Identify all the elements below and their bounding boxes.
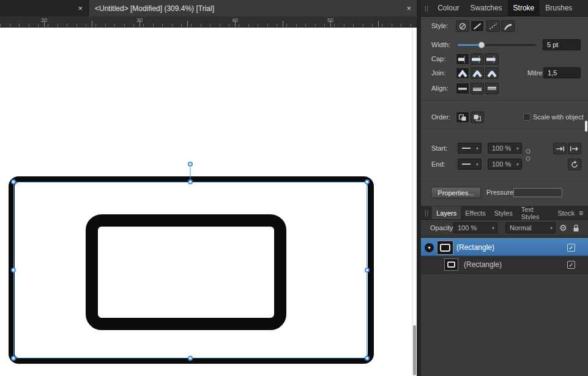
- selection-handle-bottom-left[interactable]: [11, 356, 16, 361]
- tab-styles[interactable]: Styles: [490, 206, 517, 219]
- opacity-label: Opacity:: [430, 220, 455, 236]
- opacity-dropdown[interactable]: 100 % ▾: [453, 222, 497, 233]
- pressure-profile-editor[interactable]: [513, 188, 562, 197]
- mitre-value: 1,5: [548, 69, 557, 77]
- brush-stroke-icon: [503, 22, 513, 31]
- swap-start-end-button[interactable]: [553, 143, 567, 154]
- style-row: Style:: [421, 20, 588, 32]
- document-tab-bar: × <Untitled> [Modified] (309.4%) [Trial]…: [0, 0, 417, 17]
- reverse-direction-button[interactable]: [568, 143, 581, 154]
- order-front-icon: [472, 113, 482, 122]
- layer-name[interactable]: (Rectangle): [456, 239, 494, 257]
- layer-thumbnail[interactable]: [437, 241, 453, 255]
- pressure-label: Pressure:: [486, 187, 515, 198]
- document-tab-current[interactable]: <Untitled> [Modified] (309.4%) [Trial] ×: [89, 0, 417, 17]
- close-icon[interactable]: ×: [406, 0, 411, 17]
- round-cap-button[interactable]: [471, 53, 484, 65]
- selection-handle-mid-left[interactable]: [11, 268, 16, 273]
- layer-thumbnail-shape: [440, 244, 450, 252]
- selection-bounding-box: [13, 182, 367, 358]
- dashed-line-icon: [488, 22, 498, 31]
- document-area: × <Untitled> [Modified] (309.4%) [Trial]…: [0, 0, 417, 376]
- cap-buttons: [456, 53, 499, 65]
- tab-effects[interactable]: Effects: [461, 206, 489, 219]
- selection-handle-mid-right[interactable]: [365, 268, 370, 273]
- end-scale-dropdown[interactable]: 100 % ▾: [488, 159, 522, 170]
- chevron-down-icon: ▾: [550, 225, 553, 231]
- horizontal-ruler[interactable]: 20 30 40 50: [0, 17, 417, 28]
- width-row: Width: 5 pt: [421, 39, 588, 51]
- layer-row-rectangle-2[interactable]: (Rectangle) ✓: [421, 256, 588, 274]
- panel-grip-icon[interactable]: ||: [421, 5, 432, 12]
- rotation-handle[interactable]: [188, 162, 193, 167]
- width-value-field[interactable]: 5 pt: [543, 39, 581, 50]
- selection-handle-bottom-right[interactable]: [365, 356, 370, 361]
- no-stroke-style-button[interactable]: [456, 20, 469, 32]
- layer-visibility-checkbox[interactable]: ✓: [567, 261, 575, 269]
- layer-visibility-checkbox[interactable]: ✓: [567, 244, 575, 252]
- tab-stock[interactable]: Stock: [553, 206, 579, 219]
- selection-handle-bottom-center[interactable]: [188, 356, 193, 361]
- stroke-in-front-button[interactable]: [471, 111, 484, 123]
- scale-with-object-checkbox[interactable]: [523, 113, 530, 121]
- document-title: <Untitled> [Modified] (309.4%) [Trial]: [95, 4, 214, 13]
- scale-with-object-label: Scale with object: [533, 113, 584, 121]
- round-join-button[interactable]: [471, 67, 484, 79]
- blend-mode-dropdown[interactable]: Normal ▾: [505, 222, 556, 233]
- selection-handle-top-right[interactable]: [365, 179, 370, 184]
- dashed-stroke-style-button[interactable]: [486, 20, 500, 32]
- blend-mode-value: Normal: [510, 224, 531, 231]
- tab-colour[interactable]: Colour: [432, 0, 464, 16]
- bevel-join-icon: [486, 69, 497, 78]
- canvas[interactable]: [0, 28, 417, 376]
- stroke-behind-fill-button[interactable]: [456, 111, 469, 123]
- layer-thumbnail[interactable]: [444, 258, 458, 271]
- align-outside-button[interactable]: [485, 83, 499, 94]
- start-scale-dropdown[interactable]: 100 % ▾: [488, 143, 522, 154]
- gear-icon[interactable]: ⚙: [559, 220, 567, 236]
- width-slider[interactable]: [458, 44, 536, 46]
- align-inside-button[interactable]: [471, 83, 484, 94]
- texture-stroke-style-button[interactable]: [501, 20, 515, 32]
- align-center-button[interactable]: [456, 83, 469, 94]
- panel-grip-icon[interactable]: ||: [421, 209, 432, 216]
- bevel-join-button[interactable]: [485, 67, 499, 79]
- start-arrowhead-dropdown[interactable]: ▾: [458, 143, 482, 154]
- tab-layers[interactable]: Layers: [432, 206, 461, 219]
- miter-join-button[interactable]: [456, 67, 469, 79]
- width-label: Width:: [431, 39, 450, 51]
- lock-icon[interactable]: [573, 224, 579, 232]
- tab-stroke[interactable]: Stroke: [508, 0, 540, 16]
- properties-button[interactable]: Properties...: [431, 187, 481, 198]
- end-arrowhead-dropdown[interactable]: ▾: [458, 159, 482, 170]
- align-buttons: [456, 83, 499, 94]
- layer-row-rectangle-1[interactable]: ▼ (Rectangle) ✓: [421, 238, 588, 256]
- document-tab-other[interactable]: ×: [0, 0, 89, 17]
- butt-cap-button[interactable]: [456, 53, 469, 65]
- canvas-scrollbar-thumb[interactable]: [413, 325, 416, 375]
- rotation-handle-stem: [190, 167, 191, 181]
- tab-brushes[interactable]: Brushes: [540, 0, 578, 16]
- end-label: End:: [431, 159, 445, 170]
- tab-text-styles[interactable]: Text Styles: [517, 206, 554, 219]
- mitre-value-field[interactable]: 1,5: [543, 67, 581, 78]
- tab-swatches[interactable]: Swatches: [465, 0, 508, 16]
- cap-row: Cap:: [421, 53, 588, 65]
- align-inside-icon: [472, 85, 483, 93]
- layer-name[interactable]: (Rectangle): [464, 256, 502, 274]
- bar-to-arrow-icon: [570, 145, 579, 152]
- close-icon[interactable]: ×: [78, 0, 83, 17]
- solid-stroke-style-button[interactable]: [471, 20, 484, 32]
- selection-handle-top-left[interactable]: [11, 179, 16, 184]
- reset-arrowheads-button[interactable]: [568, 159, 581, 170]
- canvas-scrollbar[interactable]: [412, 28, 417, 376]
- panel-divider: [417, 0, 421, 376]
- miter-join-icon: [457, 69, 468, 78]
- round-cap-icon: [472, 55, 483, 64]
- panel-scrollbar-thumb[interactable]: [585, 121, 587, 132]
- width-slider-handle[interactable]: [478, 42, 485, 48]
- selection-handle-top-center[interactable]: [188, 179, 193, 184]
- square-cap-button[interactable]: [485, 53, 499, 65]
- panel-menu-icon[interactable]: ≡: [579, 209, 588, 217]
- expand-children-icon[interactable]: ▼: [425, 243, 434, 252]
